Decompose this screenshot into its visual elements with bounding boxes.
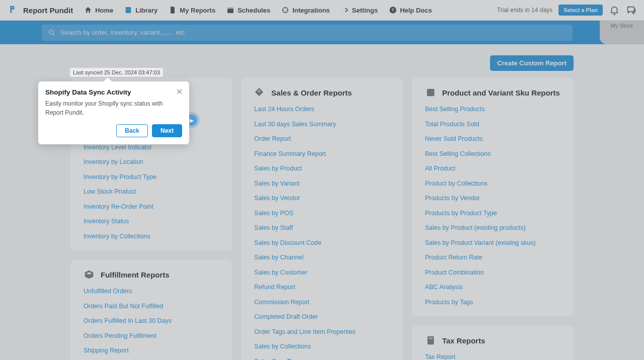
popover-actions: Back Next	[45, 124, 182, 137]
tour-popover: ✕ Shopify Data Sync Activity Easily moni…	[38, 81, 189, 144]
tour-overlay[interactable]	[0, 0, 644, 360]
last-synced-badge: Last synced 25 Dec, 2024 03:47:03	[70, 68, 163, 77]
popover-title: Shopify Data Sync Activity	[45, 88, 182, 96]
back-button[interactable]: Back	[116, 124, 148, 137]
close-icon[interactable]: ✕	[174, 86, 184, 97]
popover-body: Easily monitor your Shopify sync status …	[45, 99, 182, 117]
next-button[interactable]: Next	[152, 124, 182, 137]
